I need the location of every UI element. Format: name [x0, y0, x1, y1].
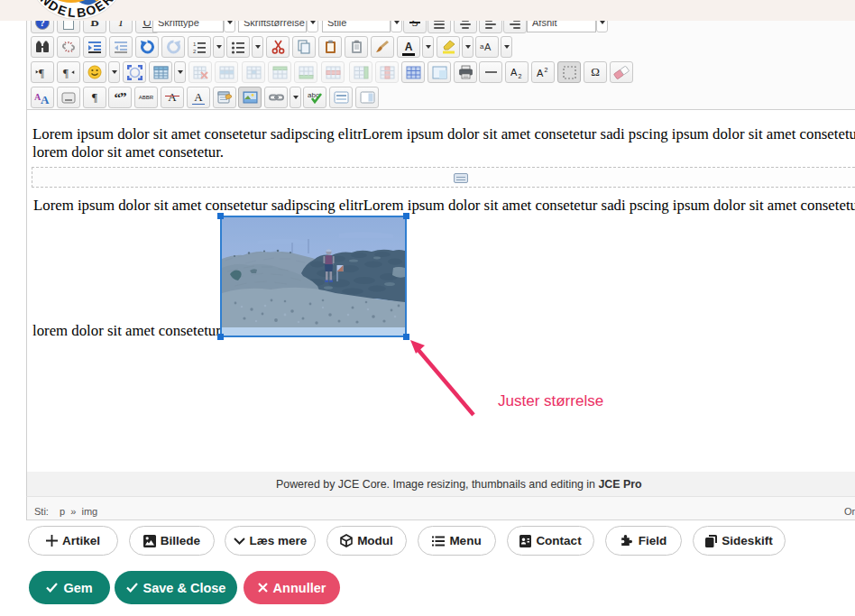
svg-text:A: A	[510, 67, 518, 78]
svg-text:A: A	[41, 93, 50, 105]
svg-text:A: A	[484, 41, 492, 52]
svg-text:¶: ¶	[39, 66, 44, 78]
svg-text:¶: ¶	[63, 66, 69, 78]
svg-text:A: A	[537, 68, 544, 78]
svg-text:2: 2	[193, 49, 197, 54]
svg-text:1: 1	[193, 41, 197, 47]
svg-text:2: 2	[519, 72, 522, 78]
svg-text:2: 2	[545, 67, 548, 73]
